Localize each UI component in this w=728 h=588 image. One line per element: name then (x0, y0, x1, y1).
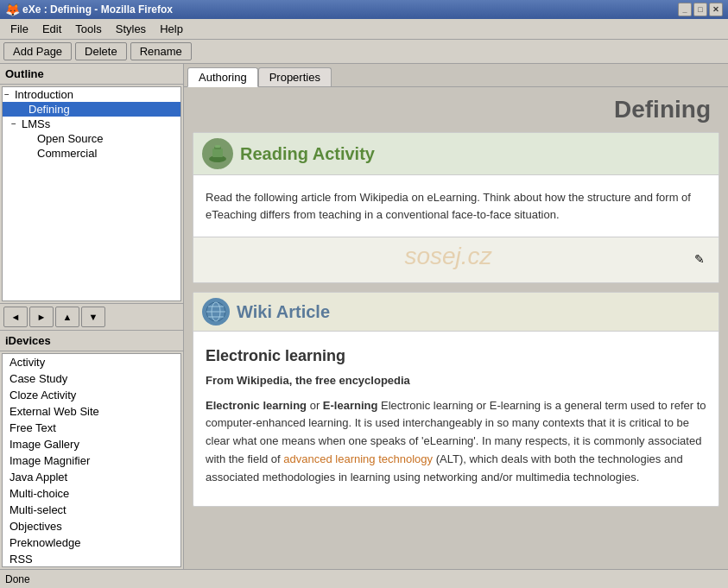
tree-item-introduction[interactable]: − Introduction (3, 87, 180, 102)
tree-label: Introduction (15, 88, 73, 101)
toolbar: Add Page Delete Rename (0, 40, 728, 64)
reading-activity-text: Read the following article from Wikipedi… (206, 189, 706, 223)
window-title: eXe : Defining - Mozilla Firefox (22, 3, 173, 16)
idevices-header: iDevices (0, 331, 183, 351)
book-icon (206, 142, 230, 166)
reading-activity-title: Reading Activity (240, 144, 375, 164)
menu-help[interactable]: Help (153, 21, 190, 37)
status-text: Done (5, 573, 30, 585)
wiki-article-title: Wiki Article (237, 302, 330, 322)
reading-activity-block: Reading Activity Read the following arti… (193, 132, 719, 283)
outline-tree: − Introduction Defining − LMSs Open Sour… (2, 86, 181, 301)
globe-icon (205, 300, 227, 323)
main-container: Outline − Introduction Defining − LMSs O… (0, 64, 728, 569)
arrow-up-button[interactable]: ▲ (55, 307, 79, 327)
idevice-multi-select[interactable]: Multi-select (3, 502, 180, 518)
wiki-heading: Electronic learning (206, 344, 706, 369)
idevice-cloze-activity[interactable]: Cloze Activity (3, 387, 180, 403)
menu-file[interactable]: File (3, 21, 35, 37)
tree-label: LMSs (22, 117, 50, 130)
idevice-external-web-site[interactable]: External Web Site (3, 403, 180, 420)
idevice-case-study[interactable]: Case Study (3, 370, 180, 387)
minimize-button[interactable]: _ (678, 3, 692, 16)
arrow-buttons: ◄ ► ▲ ▼ (0, 303, 183, 331)
tab-properties[interactable]: Properties (258, 67, 332, 86)
idevice-image-magnifier[interactable]: Image Magnifier (3, 452, 180, 469)
wiki-icon (202, 298, 230, 326)
svg-rect-3 (215, 145, 220, 148)
delete-button[interactable]: Delete (75, 42, 127, 60)
right-panel: Authoring Properties Defining (184, 64, 728, 569)
wiki-article-block: Wiki Article Electronic learning From Wi… (193, 292, 719, 507)
firefox-icon: 🦊 (5, 3, 19, 16)
wiki-intro-text: Electronic learning or E-learning Electr… (206, 397, 706, 487)
wiki-subtitle: From Wikipedia, the free encyclopedia (206, 372, 706, 390)
rename-button[interactable]: Rename (130, 42, 192, 60)
watermark-text: sosej.cz (404, 243, 491, 270)
tree-item-open-source[interactable]: Open Source (3, 131, 180, 146)
arrow-left-button[interactable]: ◄ (3, 307, 28, 327)
toggle-icon: − (4, 90, 15, 99)
menu-tools[interactable]: Tools (68, 21, 108, 37)
content-area[interactable]: Defining Reading Activity (184, 87, 728, 569)
alt-link[interactable]: advanced learning technology (283, 452, 433, 465)
close-button[interactable]: ✕ (709, 3, 723, 16)
elearning-bold: Electronic learning (206, 399, 307, 412)
left-panel: Outline − Introduction Defining − LMSs O… (0, 64, 184, 569)
tree-item-lmss[interactable]: − LMSs (3, 117, 180, 131)
idevice-objectives[interactable]: Objectives (3, 518, 180, 534)
outline-header: Outline (0, 64, 183, 85)
menu-bar: File Edit Tools Styles Help (0, 19, 728, 40)
title-bar: 🦊 eXe : Defining - Mozilla Firefox _ □ ✕ (0, 0, 728, 19)
edit-icon[interactable]: ✎ (694, 252, 710, 268)
idevice-image-gallery[interactable]: Image Gallery (3, 436, 180, 452)
watermark-area: sosej.cz (202, 243, 694, 277)
activity-block-header: Reading Activity (193, 133, 719, 175)
menu-styles[interactable]: Styles (109, 21, 153, 37)
elearning-abbrev-bold: E-learning (323, 399, 378, 412)
activity-footer: sosej.cz ✎ (193, 237, 719, 282)
wiki-body: Electronic learning From Wikipedia, the … (193, 332, 719, 506)
tab-authoring[interactable]: Authoring (187, 67, 258, 87)
idevice-rss[interactable]: RSS (3, 551, 180, 567)
tabs-bar: Authoring Properties (184, 64, 728, 87)
add-page-button[interactable]: Add Page (3, 42, 72, 60)
tree-label: Open Source (37, 132, 104, 145)
tree-label: Defining (28, 103, 70, 116)
tree-item-commercial[interactable]: Commercial (3, 146, 180, 161)
tree-item-defining[interactable]: Defining (3, 102, 180, 117)
wiki-header: Wiki Article (193, 293, 719, 332)
arrow-right-button[interactable]: ► (29, 307, 54, 327)
title-bar-buttons[interactable]: _ □ ✕ (678, 3, 723, 16)
reading-activity-body: Read the following article from Wikipedi… (193, 175, 719, 237)
idevice-reading-activity[interactable]: Reading Activity (3, 567, 180, 568)
tree-label: Commercial (37, 147, 97, 160)
title-bar-left: 🦊 eXe : Defining - Mozilla Firefox (5, 3, 173, 16)
idevice-free-text[interactable]: Free Text (3, 420, 180, 436)
idevice-multi-choice[interactable]: Multi-choice (3, 485, 180, 502)
page-title: Defining (193, 96, 719, 123)
idevices-list: Activity Case Study Cloze Activity Exter… (2, 353, 181, 568)
maximize-button[interactable]: □ (693, 3, 707, 16)
idevice-java-applet[interactable]: Java Applet (3, 469, 180, 485)
idevice-preknowledge[interactable]: Preknowledge (3, 534, 180, 551)
status-bar: Done (0, 569, 728, 588)
menu-edit[interactable]: Edit (35, 21, 68, 37)
svg-rect-1 (212, 149, 223, 157)
reading-activity-icon (202, 138, 233, 169)
arrow-down-button[interactable]: ▼ (81, 307, 105, 327)
idevice-activity[interactable]: Activity (3, 354, 180, 370)
toggle-icon: − (11, 119, 22, 129)
